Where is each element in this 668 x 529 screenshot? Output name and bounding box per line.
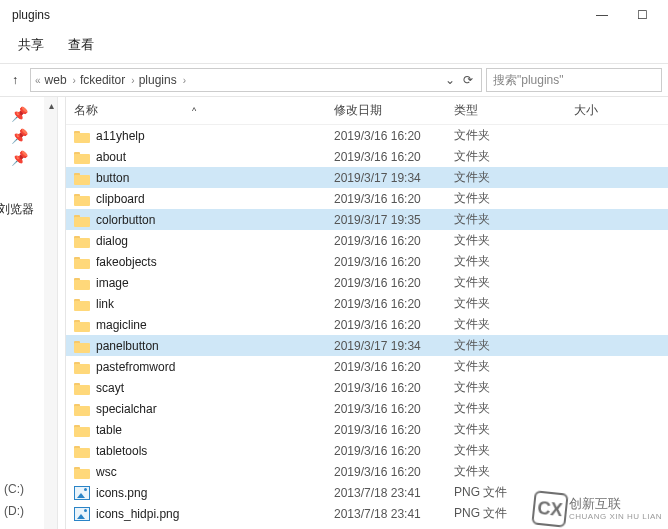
cell-type: 文件夹 — [454, 463, 574, 480]
cell-date: 2013/7/18 23:41 — [334, 486, 454, 500]
table-row[interactable]: icons_hidpi.png2013/7/18 23:41PNG 文件 — [66, 503, 668, 524]
nav-item-browser-truncated[interactable]: 刘览器 — [0, 201, 34, 218]
cell-date: 2019/3/16 16:20 — [334, 465, 454, 479]
file-name: table — [96, 423, 122, 437]
file-name: icons.png — [96, 486, 147, 500]
tab-share[interactable]: 共享 — [18, 36, 44, 54]
table-row[interactable]: colorbutton2019/3/17 19:35文件夹 — [66, 209, 668, 230]
cell-date: 2019/3/17 19:35 — [334, 213, 454, 227]
table-row[interactable]: image2019/3/16 16:20文件夹 — [66, 272, 668, 293]
table-row[interactable]: button2019/3/17 19:34文件夹 — [66, 167, 668, 188]
col-type[interactable]: 类型 — [454, 102, 574, 119]
breadcrumb-item-web[interactable]: web › — [45, 73, 76, 87]
table-row[interactable]: a11yhelp2019/3/16 16:20文件夹 — [66, 125, 668, 146]
table-row[interactable]: link2019/3/16 16:20文件夹 — [66, 293, 668, 314]
breadcrumb-overflow-icon[interactable]: « — [35, 75, 41, 86]
nav-scrollbar[interactable]: ▴ — [44, 97, 58, 529]
breadcrumb-item-plugins[interactable]: plugins › — [139, 73, 186, 87]
cell-type: 文件夹 — [454, 295, 574, 312]
chevron-right-icon[interactable]: › — [73, 75, 76, 86]
cell-date: 2019/3/16 16:20 — [334, 297, 454, 311]
col-date-label: 修改日期 — [334, 102, 382, 119]
file-name: wsc — [96, 465, 117, 479]
pin-icon[interactable]: 📌 — [8, 125, 30, 147]
maximize-button[interactable]: ☐ — [622, 1, 662, 29]
cell-type: PNG 文件 — [454, 484, 574, 501]
table-row[interactable]: table2019/3/16 16:20文件夹 — [66, 419, 668, 440]
cell-name: table — [74, 423, 334, 437]
col-date[interactable]: 修改日期 — [334, 102, 454, 119]
breadcrumb[interactable]: « web › fckeditor › plugins › ⌄ ⟳ — [30, 68, 482, 92]
col-size[interactable]: 大小 — [574, 102, 668, 119]
folder-icon — [74, 402, 90, 416]
col-name-label: 名称 — [74, 102, 98, 119]
cell-date: 2019/3/16 16:20 — [334, 402, 454, 416]
table-row[interactable]: dialog2019/3/16 16:20文件夹 — [66, 230, 668, 251]
pin-icon[interactable]: 📌 — [8, 103, 30, 125]
cell-name: icons.png — [74, 486, 334, 500]
window-controls: — ☐ — [582, 1, 662, 29]
cell-type: 文件夹 — [454, 316, 574, 333]
cell-date: 2019/3/16 16:20 — [334, 192, 454, 206]
cell-type: 文件夹 — [454, 253, 574, 270]
table-row[interactable]: panelbutton2019/3/17 19:34文件夹 — [66, 335, 668, 356]
table-row[interactable]: clipboard2019/3/16 16:20文件夹 — [66, 188, 668, 209]
cell-date: 2019/3/16 16:20 — [334, 150, 454, 164]
cell-name: fakeobjects — [74, 255, 334, 269]
folder-icon — [74, 129, 90, 143]
cell-date: 2019/3/16 16:20 — [334, 129, 454, 143]
file-name: panelbutton — [96, 339, 159, 353]
cell-date: 2019/3/16 16:20 — [334, 423, 454, 437]
table-row[interactable]: pastefromword2019/3/16 16:20文件夹 — [66, 356, 668, 377]
file-name: about — [96, 150, 126, 164]
col-name[interactable]: 名称 ^ — [74, 102, 334, 119]
cell-type: 文件夹 — [454, 442, 574, 459]
tab-view[interactable]: 查看 — [68, 36, 94, 54]
table-row[interactable]: wsc2019/3/16 16:20文件夹 — [66, 461, 668, 482]
drive-c[interactable]: (C:) — [4, 478, 24, 500]
table-row[interactable]: specialchar2019/3/16 16:20文件夹 — [66, 398, 668, 419]
table-row[interactable]: scayt2019/3/16 16:20文件夹 — [66, 377, 668, 398]
file-name: a11yhelp — [96, 129, 145, 143]
file-name: button — [96, 171, 129, 185]
up-arrow-icon: ↑ — [12, 73, 18, 87]
cell-name: panelbutton — [74, 339, 334, 353]
nav-up-button[interactable]: ↑ — [0, 73, 30, 87]
cell-name: specialchar — [74, 402, 334, 416]
column-headers: 名称 ^ 修改日期 类型 大小 — [66, 97, 668, 125]
sort-indicator-icon: ^ — [192, 106, 196, 116]
chevron-right-icon[interactable]: › — [131, 75, 134, 86]
scroll-up-icon[interactable]: ▴ — [44, 97, 58, 113]
pin-icon[interactable]: 📌 — [8, 147, 30, 169]
file-name: pastefromword — [96, 360, 175, 374]
table-row[interactable]: tabletools2019/3/16 16:20文件夹 — [66, 440, 668, 461]
cell-type: 文件夹 — [454, 400, 574, 417]
folder-icon — [74, 423, 90, 437]
cell-date: 2019/3/16 16:20 — [334, 360, 454, 374]
breadcrumb-item-fckeditor[interactable]: fckeditor › — [80, 73, 135, 87]
refresh-icon[interactable]: ⟳ — [463, 73, 473, 87]
col-type-label: 类型 — [454, 102, 478, 119]
image-file-icon — [74, 486, 90, 500]
folder-icon — [74, 213, 90, 227]
chevron-right-icon[interactable]: › — [183, 75, 186, 86]
table-row[interactable]: icons.png2013/7/18 23:41PNG 文件 — [66, 482, 668, 503]
breadcrumb-label: web — [45, 73, 67, 87]
table-row[interactable]: magicline2019/3/16 16:20文件夹 — [66, 314, 668, 335]
cell-date: 2019/3/16 16:20 — [334, 444, 454, 458]
drive-d[interactable]: (D:) — [4, 500, 24, 522]
file-name: fakeobjects — [96, 255, 157, 269]
cell-type: PNG 文件 — [454, 505, 574, 522]
search-input[interactable]: 搜索"plugins" — [486, 68, 662, 92]
history-dropdown-icon[interactable]: ⌄ — [445, 73, 455, 87]
table-row[interactable]: fakeobjects2019/3/16 16:20文件夹 — [66, 251, 668, 272]
folder-icon — [74, 255, 90, 269]
title-bar: plugins — ☐ — [0, 0, 668, 30]
minimize-button[interactable]: — — [582, 1, 622, 29]
cell-type: 文件夹 — [454, 274, 574, 291]
cell-type: 文件夹 — [454, 127, 574, 144]
file-name: magicline — [96, 318, 147, 332]
file-name: icons_hidpi.png — [96, 507, 179, 521]
table-row[interactable]: about2019/3/16 16:20文件夹 — [66, 146, 668, 167]
explorer-body: 📌 📌 📌 刘览器 (C:) (D:) ▴ 名称 ^ 修改日期 类型 大小 a1… — [0, 97, 668, 529]
